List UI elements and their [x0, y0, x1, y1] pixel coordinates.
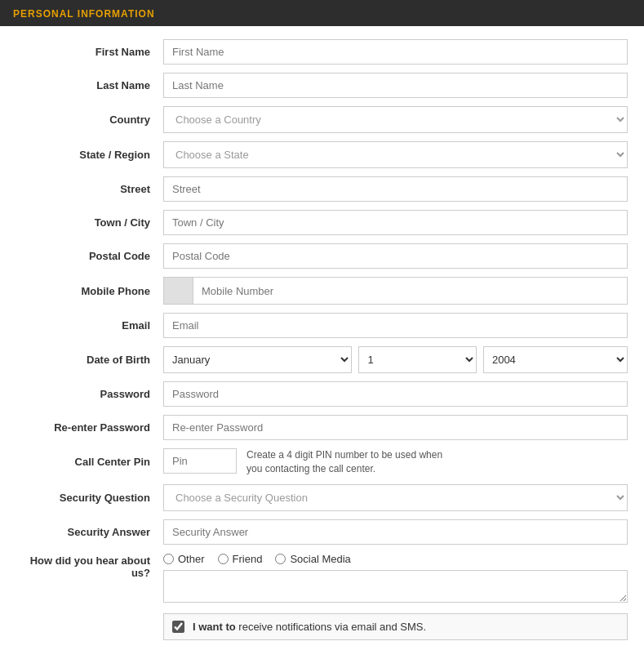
radio-other[interactable]	[163, 554, 174, 564]
security-question-field: Choose a Security Question	[163, 484, 628, 511]
mobile-phone-row: Mobile Phone	[16, 277, 628, 305]
last-name-field	[163, 73, 628, 98]
street-row: Street	[16, 176, 628, 202]
street-label: Street	[16, 183, 163, 195]
first-name-input[interactable]	[163, 39, 628, 65]
radio-friend[interactable]	[218, 554, 229, 564]
email-label: Email	[16, 319, 163, 332]
pin-row: Call Center Pin Create a 4 digit PIN num…	[16, 448, 628, 476]
radio-social[interactable]	[275, 554, 286, 564]
password-label: Password	[16, 388, 163, 400]
street-field	[163, 176, 628, 202]
postal-code-input[interactable]	[163, 243, 628, 269]
last-name-label: Last Name	[16, 79, 163, 91]
postal-code-field	[163, 243, 628, 269]
state-region-label: State / Region	[16, 149, 163, 161]
first-name-row: First Name	[16, 39, 628, 65]
how-hear-radio-group: Other Friend Social Media	[163, 553, 628, 565]
town-city-input[interactable]	[163, 210, 628, 235]
country-select[interactable]: Choose a Country	[163, 106, 628, 133]
postal-code-label: Postal Code	[16, 250, 163, 262]
radio-social-label: Social Media	[290, 553, 350, 565]
reenter-password-input[interactable]	[163, 415, 628, 440]
radio-option-social[interactable]: Social Media	[275, 553, 350, 565]
pin-label: Call Center Pin	[16, 456, 163, 468]
how-hear-label: How did you hear about us?	[16, 553, 163, 579]
reenter-password-row: Re-enter Password	[16, 415, 628, 440]
notification-label-bold: I want to	[193, 621, 236, 633]
mobile-number-input[interactable]	[193, 279, 627, 303]
password-field	[163, 381, 628, 407]
street-input[interactable]	[163, 176, 628, 202]
password-input[interactable]	[163, 381, 628, 407]
password-row: Password	[16, 381, 628, 407]
country-row: Country Choose a Country	[16, 106, 628, 133]
radio-option-friend[interactable]: Friend	[218, 553, 263, 565]
how-hear-field: Other Friend Social Media	[163, 553, 628, 605]
security-question-row: Security Question Choose a Security Ques…	[16, 484, 628, 511]
last-name-input[interactable]	[163, 73, 628, 98]
dob-day-select[interactable]: 1234 5678 910	[358, 346, 476, 373]
notification-label: I want to receive notifications via emai…	[193, 621, 426, 633]
first-name-label: First Name	[16, 46, 163, 58]
header: PERSONAL INFORMATION	[0, 0, 644, 26]
pin-hint: Create a 4 digit PIN number to be used w…	[246, 448, 459, 476]
reenter-password-field	[163, 415, 628, 440]
state-region-row: State / Region Choose a State	[16, 141, 628, 168]
security-answer-label: Security Answer	[16, 526, 163, 538]
state-region-select[interactable]: Choose a State	[163, 141, 628, 168]
how-hear-textarea[interactable]	[163, 570, 628, 603]
notification-checkbox-row: I want to receive notifications via emai…	[163, 613, 628, 640]
postal-code-row: Postal Code	[16, 243, 628, 269]
dob-year-select[interactable]: 2004200320022001 200019991998	[483, 346, 628, 373]
email-row: Email	[16, 313, 628, 338]
mobile-flag-icon[interactable]	[164, 278, 193, 304]
dob-label: Date of Birth	[16, 354, 163, 366]
town-city-label: Town / City	[16, 216, 163, 229]
radio-other-label: Other	[178, 553, 205, 565]
state-region-field: Choose a State	[163, 141, 628, 168]
dob-selects: JanuaryFebruaryMarch AprilMayJune JulyAu…	[163, 346, 628, 373]
town-city-row: Town / City	[16, 210, 628, 235]
town-city-field	[163, 210, 628, 235]
country-field: Choose a Country	[163, 106, 628, 133]
mobile-phone-label: Mobile Phone	[16, 285, 163, 297]
pin-input[interactable]	[163, 448, 237, 474]
how-hear-row: How did you hear about us? Other Friend …	[16, 553, 628, 605]
dob-row: Date of Birth JanuaryFebruaryMarch April…	[16, 346, 628, 373]
mobile-row-wrapper	[163, 277, 628, 305]
security-answer-field	[163, 519, 628, 545]
security-answer-row: Security Answer	[16, 519, 628, 545]
email-field	[163, 313, 628, 338]
radio-friend-label: Friend	[233, 553, 263, 565]
email-input[interactable]	[163, 313, 628, 338]
pin-field-group: Create a 4 digit PIN number to be used w…	[163, 448, 628, 476]
security-answer-input[interactable]	[163, 519, 628, 545]
notification-checkbox[interactable]	[172, 621, 184, 633]
radio-option-other[interactable]: Other	[163, 553, 205, 565]
form-container: First Name Last Name Country Choose a Co…	[0, 26, 644, 659]
country-label: Country	[16, 114, 163, 126]
header-title: PERSONAL INFORMATION	[13, 8, 155, 20]
notification-row: I want to receive notifications via emai…	[16, 613, 628, 640]
security-question-label: Security Question	[16, 492, 163, 504]
first-name-field	[163, 39, 628, 65]
reenter-password-label: Re-enter Password	[16, 421, 163, 434]
mobile-phone-field	[163, 277, 628, 305]
last-name-row: Last Name	[16, 73, 628, 98]
dob-month-select[interactable]: JanuaryFebruaryMarch AprilMayJune JulyAu…	[163, 346, 352, 373]
security-question-select[interactable]: Choose a Security Question	[163, 484, 628, 511]
